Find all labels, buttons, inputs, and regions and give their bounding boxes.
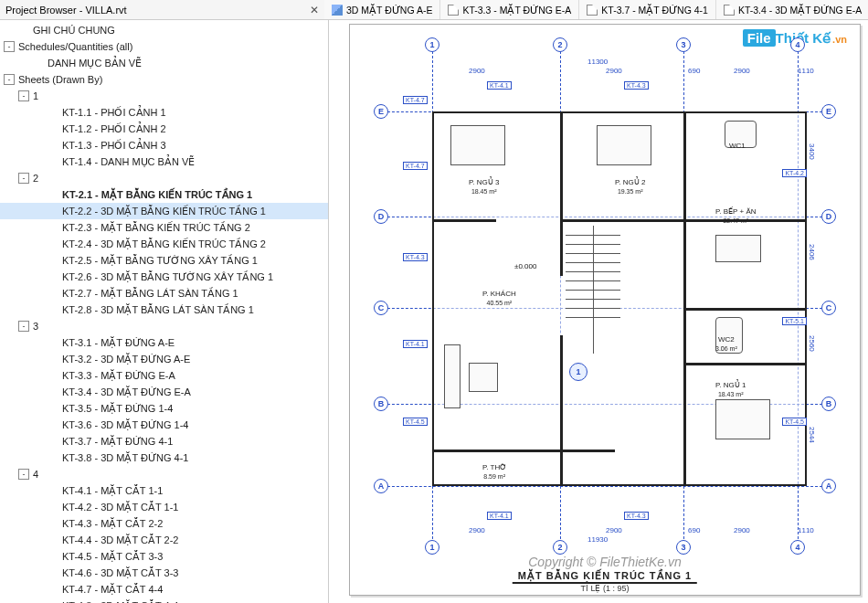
tree-item[interactable]: KT-2.5 - MẶT BẰNG TƯỜNG XÂY TẦNG 1: [0, 252, 328, 269]
tree-item[interactable]: KT-2.8 - 3D MẶT BẰNG LÁT SÀN TẦNG 1: [0, 302, 328, 318]
document-tab[interactable]: KT-3.7 - MẶT ĐỨNG 4-1: [579, 0, 716, 19]
tree-item[interactable]: KT-2.4 - 3D MẶT BẰNG KIẾN TRÚC TẦNG 2: [0, 236, 328, 252]
tree-item[interactable]: KT-1.3 - PHỐI CẢNH 3: [0, 137, 328, 153]
tree-item[interactable]: KT-4.5 - MẶT CẮT 3-3: [0, 548, 328, 565]
tree-item[interactable]: KT-1.4 - DANH MỤC BẢN VẼ: [0, 153, 328, 170]
expand-toggle-icon[interactable]: -: [4, 74, 15, 85]
tree-item[interactable]: KT-3.5 - MẶT ĐỨNG 1-4: [0, 400, 328, 417]
grid-bubble: 1: [425, 37, 439, 52]
tree-item[interactable]: KT-4.8 - 3D MẶT CẮT 4-4: [0, 598, 328, 603]
document-tab[interactable]: 3D MẶT ĐỨNG A-E: [324, 0, 440, 19]
wall: [560, 221, 563, 276]
wall: [685, 308, 807, 311]
dimension: 2900: [734, 67, 750, 75]
tree-item-label: Schedules/Quantities (all): [18, 39, 132, 54]
section-tag: KT-4.7: [403, 96, 428, 104]
tree-item[interactable]: KT-3.1 - MẶT ĐỨNG A-E: [0, 334, 328, 351]
project-browser-tree[interactable]: GHI CHÚ CHUNG-Schedules/Quantities (all)…: [0, 20, 329, 603]
tree-item[interactable]: KT-4.3 - MẶT CẮT 2-2: [0, 515, 328, 532]
bed-furniture: [597, 125, 651, 165]
expand-toggle-icon[interactable]: -: [18, 90, 29, 101]
tree-item-label: 1: [33, 89, 38, 103]
tree-item[interactable]: KT-4.1 - MẶT CẮT 1-1: [0, 482, 328, 499]
document-tab[interactable]: KT-3.4 - 3D MẶT ĐỨNG E-A: [716, 0, 868, 19]
section-tag: KT-4.3: [624, 81, 649, 90]
view-reference-icon: 1: [569, 363, 587, 381]
tree-item[interactable]: -Sheets (Drawn By): [0, 71, 328, 88]
close-icon[interactable]: ✕: [310, 4, 319, 16]
dimension: 2900: [469, 67, 485, 75]
tree-item[interactable]: KT-2.3 - MẶT BẰNG KIẾN TRÚC TẦNG 2: [0, 219, 328, 236]
tree-item[interactable]: KT-3.2 - 3D MẶT ĐỨNG A-E: [0, 351, 328, 367]
dimension: 2900: [469, 526, 485, 534]
tree-item-label: KT-3.4 - 3D MẶT ĐỨNG E-A: [62, 385, 191, 399]
grid-bubble: C: [374, 301, 388, 315]
grid-bubble: 3: [676, 540, 691, 555]
wall: [560, 335, 563, 486]
dimension: 2900: [734, 526, 750, 534]
project-browser-header: Project Browser - VILLA.rvt ✕: [0, 4, 324, 16]
grid-bubble: 1: [425, 540, 439, 555]
tree-item[interactable]: -4: [0, 466, 328, 482]
tree-item[interactable]: KT-4.6 - 3D MẶT CẮT 3-3: [0, 565, 328, 581]
tree-item[interactable]: KT-3.3 - MẶT ĐỨNG E-A: [0, 367, 328, 384]
tree-item[interactable]: KT-2.6 - 3D MẶT BẰNG TƯỜNG XÂY TẦNG 1: [0, 269, 328, 285]
bed-furniture: [450, 125, 505, 165]
dimension: 2406: [808, 244, 816, 260]
tree-item[interactable]: -3: [0, 318, 328, 334]
room-label: WC1: [729, 142, 746, 151]
wall: [432, 450, 615, 452]
tree-item[interactable]: GHI CHÚ CHUNG: [0, 22, 328, 38]
tree-item[interactable]: DANH MỤC BẢN VẼ: [0, 55, 328, 71]
section-tag: KT-4.3: [403, 253, 428, 261]
tree-item[interactable]: KT-2.7 - MẶT BẰNG LÁT SÀN TẦNG 1: [0, 285, 328, 302]
tree-item[interactable]: KT-4.2 - 3D MẶT CẮT 1-1: [0, 499, 328, 515]
expand-toggle-icon[interactable]: -: [18, 469, 29, 480]
drawing-title: MẶT BẰNG KIẾN TRÚC TẦNG 1: [513, 570, 697, 584]
grid-bubble: C: [821, 301, 836, 315]
tree-item-label: Sheets (Drawn By): [18, 72, 102, 87]
tree-item-label: KT-2.7 - MẶT BẰNG LÁT SÀN TẦNG 1: [62, 286, 238, 301]
wall: [562, 219, 807, 222]
tree-item-label: KT-3.7 - MẶT ĐỨNG 4-1: [62, 434, 173, 449]
bed-furniture: [715, 399, 770, 439]
drawing-canvas[interactable]: FileThiết Kế.vn 1 2 3 4 1 2 3 4 E D C B: [329, 20, 868, 603]
wall: [560, 111, 563, 221]
dimension: 1110: [798, 67, 814, 75]
expand-toggle-icon[interactable]: -: [18, 321, 29, 332]
dimension: 690: [688, 67, 700, 75]
document-tab[interactable]: KT-3.3 - MẶT ĐỨNG E-A: [440, 0, 579, 19]
tab-label: KT-3.3 - MẶT ĐỨNG E-A: [462, 5, 571, 16]
expand-toggle-icon[interactable]: -: [4, 41, 15, 52]
tree-item-label: KT-3.8 - 3D MẶT ĐỨNG 4-1: [62, 450, 188, 465]
tree-item[interactable]: KT-2.1 - MẶT BẰNG KIẾN TRÚC TẦNG 1: [0, 186, 328, 203]
tree-item[interactable]: -2: [0, 170, 328, 186]
grid-bubble: 4: [790, 540, 805, 555]
tree-item[interactable]: KT-3.7 - MẶT ĐỨNG 4-1: [0, 433, 328, 450]
grid-bubble: 2: [553, 540, 567, 555]
tree-item[interactable]: KT-3.8 - 3D MẶT ĐỨNG 4-1: [0, 450, 328, 466]
tree-item[interactable]: -Schedules/Quantities (all): [0, 38, 328, 55]
grid-bubble: D: [374, 209, 388, 224]
tree-item[interactable]: KT-3.6 - 3D MẶT ĐỨNG 1-4: [0, 417, 328, 433]
grid-bubble: E: [374, 104, 388, 119]
tree-item-label: KT-3.2 - 3D MẶT ĐỨNG A-E: [62, 352, 190, 366]
tree-item-label: GHI CHÚ CHUNG: [33, 23, 115, 37]
panel-title-text: Project Browser - VILLA.rvt: [5, 5, 127, 16]
tree-item-label: KT-4.7 - MẶT CẮT 4-4: [62, 582, 163, 597]
section-tag: KT-4.5: [403, 418, 428, 426]
tree-item[interactable]: -1: [0, 88, 328, 104]
document-tabs: 3D MẶT ĐỨNG A-EKT-3.3 - MẶT ĐỨNG E-AKT-3…: [324, 0, 868, 19]
elevation-marker: ±0.000: [514, 262, 536, 271]
tree-item[interactable]: KT-4.4 - 3D MẶT CẮT 2-2: [0, 532, 328, 548]
sheet-icon: [587, 5, 598, 16]
tree-item-label: KT-3.3 - MẶT ĐỨNG E-A: [62, 368, 175, 383]
grid-bubble: E: [821, 104, 836, 119]
tree-item[interactable]: KT-2.2 - 3D MẶT BẰNG KIẾN TRÚC TẦNG 1: [0, 203, 328, 219]
sofa-furniture: [444, 344, 460, 408]
tree-item[interactable]: KT-3.4 - 3D MẶT ĐỨNG E-A: [0, 384, 328, 400]
tree-item[interactable]: KT-4.7 - MẶT CẮT 4-4: [0, 581, 328, 598]
tree-item[interactable]: KT-1.1 - PHỐI CẢNH 1: [0, 104, 328, 121]
expand-toggle-icon[interactable]: -: [18, 173, 29, 184]
tree-item[interactable]: KT-1.2 - PHỐI CẢNH 2: [0, 121, 328, 137]
